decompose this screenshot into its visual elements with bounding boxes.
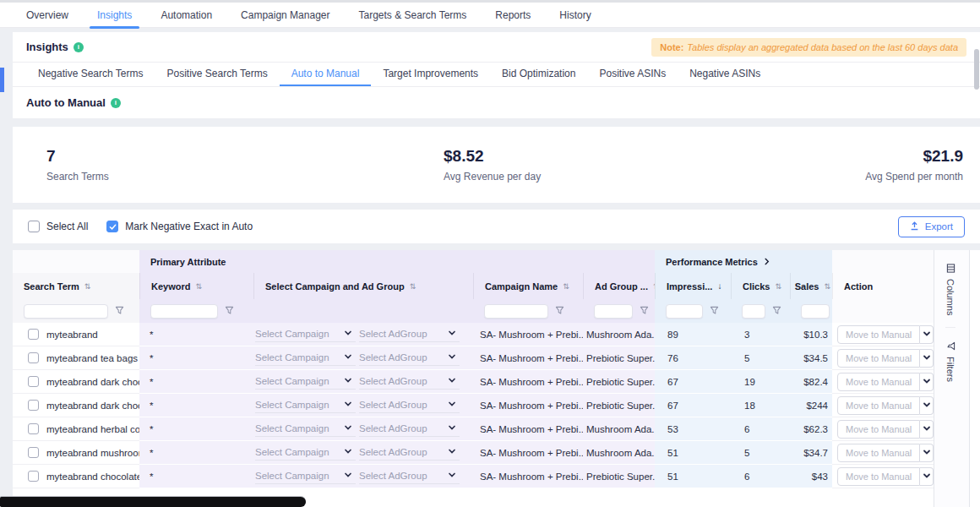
row-checkbox[interactable] — [28, 329, 39, 340]
sort-icon[interactable]: ⇅ — [195, 282, 202, 291]
tab-targets-search-terms[interactable]: Targets & Search Terms — [344, 3, 481, 28]
subtab-negative-asins[interactable]: Negative ASINs — [678, 63, 772, 86]
campaign-name-cell: SA- Mushroom + Prebi... — [473, 323, 583, 346]
action-dropdown-toggle[interactable] — [920, 396, 934, 415]
sort-icon[interactable]: ⇅ — [824, 282, 830, 291]
adgroup-select[interactable]: Select AdGroup — [359, 444, 460, 461]
subtab-auto-to-manual[interactable]: Auto to Manual — [280, 63, 372, 86]
action-dropdown-toggle[interactable] — [920, 349, 934, 368]
col-header-sales[interactable]: Sales⇅ — [790, 273, 832, 299]
move-to-manual-button[interactable]: Move to Manual — [837, 420, 920, 439]
col-header-clicks[interactable]: Clicks⇅ — [731, 273, 790, 299]
tab-history[interactable]: History — [545, 3, 605, 28]
action-dropdown-toggle[interactable] — [920, 467, 934, 486]
action-dropdown-toggle[interactable] — [920, 444, 934, 462]
info-icon[interactable]: i — [74, 42, 84, 52]
campaign-adgroup-cell: Select Campaign Select AdGroup — [253, 370, 473, 394]
sales-cell: $10.3 — [790, 323, 832, 346]
col-header-ad-group[interactable]: Ad Group ...⇅ — [583, 273, 655, 299]
filter-input-campaign-name[interactable] — [484, 304, 548, 319]
tab-overview[interactable]: Overview — [12, 3, 83, 28]
filter-input-clicks[interactable] — [742, 304, 765, 319]
auto-to-manual-table: Primary Attribute Performance Metrics Se… — [13, 250, 980, 507]
row-checkbox[interactable] — [28, 352, 39, 363]
filter-funnel-icon[interactable] — [555, 306, 564, 317]
table-row: myteabrand * Select Campaign Select AdGr… — [13, 323, 934, 346]
select-all-checkbox[interactable]: Select All — [28, 221, 88, 232]
stat-avg-spend: $21.9Avg Spend per month — [865, 147, 963, 183]
mark-negative-exact-checkbox[interactable]: Mark Negative Exact in Auto — [106, 221, 253, 232]
campaign-select[interactable]: Select Campaign — [255, 350, 356, 366]
filter-funnel-icon[interactable] — [710, 306, 719, 317]
action-dropdown-toggle[interactable] — [920, 373, 934, 391]
tab-automation[interactable]: Automation — [146, 3, 226, 28]
checkbox-unchecked[interactable] — [28, 221, 40, 232]
subtab-negative-search-terms[interactable]: Negative Search Terms — [26, 63, 155, 86]
sort-icon[interactable]: ⇅ — [563, 282, 569, 291]
adgroup-select[interactable]: Select AdGroup — [359, 350, 460, 366]
subtab-target-improvements[interactable]: Target Improvements — [371, 63, 490, 86]
filter-funnel-icon[interactable] — [772, 306, 781, 317]
row-checkbox[interactable] — [28, 447, 39, 458]
subtab-positive-asins[interactable]: Positive ASINs — [587, 63, 678, 86]
col-header-impressions[interactable]: Impressi...↓ — [655, 273, 731, 299]
sort-icon[interactable]: ⇅ — [84, 282, 91, 291]
row-checkbox[interactable] — [28, 376, 39, 387]
move-to-manual-button[interactable]: Move to Manual — [837, 349, 920, 368]
col-header-select-campaign-adgroup[interactable]: Select Campaign and Ad Group⇅ — [253, 273, 473, 299]
adgroup-select[interactable]: Select AdGroup — [359, 468, 460, 484]
performance-metrics-group-header[interactable]: Performance Metrics — [655, 250, 832, 273]
col-header-campaign-name[interactable]: Campaign Name⇅ — [473, 273, 583, 299]
tab-reports[interactable]: Reports — [481, 3, 545, 28]
adgroup-select[interactable]: Select AdGroup — [359, 373, 460, 390]
subtab-positive-search-terms[interactable]: Positive Search Terms — [155, 63, 280, 86]
filters-rail-tab[interactable]: Filters — [945, 327, 956, 392]
campaign-select[interactable]: Select Campaign — [255, 444, 356, 461]
col-header-keyword[interactable]: Keyword⇅ — [139, 273, 253, 299]
sort-icon[interactable]: ⇅ — [775, 282, 781, 291]
filter-input-impressions[interactable] — [666, 304, 703, 319]
export-button[interactable]: Export — [898, 216, 965, 237]
sort-icon[interactable]: ⇅ — [410, 282, 416, 291]
tab-insights[interactable]: Insights — [83, 3, 146, 28]
info-icon[interactable]: i — [111, 98, 121, 108]
filter-input-ad-group[interactable] — [594, 304, 633, 319]
move-to-manual-button[interactable]: Move to Manual — [837, 373, 920, 391]
horizontal-scrollbar-thumb[interactable] — [0, 497, 306, 507]
filter-input-sales[interactable] — [801, 304, 830, 319]
action-dropdown-toggle[interactable] — [920, 420, 934, 439]
filter-funnel-icon[interactable] — [640, 306, 649, 317]
row-checkbox[interactable] — [28, 423, 39, 434]
campaign-select[interactable]: Select Campaign — [255, 326, 356, 342]
campaign-name-cell: SA- Mushroom + Prebi... — [473, 465, 583, 488]
move-to-manual-button[interactable]: Move to Manual — [837, 467, 920, 486]
campaign-select[interactable]: Select Campaign — [255, 468, 356, 484]
adgroup-select[interactable]: Select AdGroup — [359, 397, 460, 413]
move-to-manual-button[interactable]: Move to Manual — [837, 325, 920, 344]
filter-funnel-icon[interactable] — [225, 306, 234, 317]
adgroup-select[interactable]: Select AdGroup — [359, 421, 460, 437]
ad-group-cell: Mushroom Ada... — [583, 323, 655, 346]
tab-campaign-manager[interactable]: Campaign Manager — [226, 3, 344, 28]
filter-input-keyword[interactable] — [150, 304, 218, 319]
checkbox-checked[interactable] — [106, 221, 118, 232]
filter-input-search-term[interactable] — [24, 304, 108, 319]
move-to-manual-button[interactable]: Move to Manual — [837, 396, 920, 415]
col-header-search-term[interactable]: Search Term⇅ — [13, 273, 139, 299]
move-to-manual-button[interactable]: Move to Manual — [837, 444, 920, 462]
row-checkbox[interactable] — [28, 400, 39, 411]
columns-rail-tab[interactable]: Columns — [945, 250, 956, 325]
adgroup-select[interactable]: Select AdGroup — [359, 326, 460, 342]
campaign-select[interactable]: Select Campaign — [255, 397, 356, 413]
search-term-cell: myteabrand dark chocol... — [13, 370, 139, 394]
campaign-select[interactable]: Select Campaign — [255, 421, 356, 437]
impressions-cell: 53 — [655, 417, 731, 441]
filter-funnel-icon[interactable] — [115, 306, 124, 317]
row-checkbox[interactable] — [28, 471, 39, 482]
action-dropdown-toggle[interactable] — [920, 325, 934, 344]
action-cell: Move to Manual — [832, 417, 934, 441]
vertical-scrollbar-thumb[interactable] — [974, 49, 979, 90]
subtab-bid-optimization[interactable]: Bid Optimization — [490, 63, 587, 86]
sort-desc-icon[interactable]: ↓ — [717, 281, 721, 291]
campaign-select[interactable]: Select Campaign — [255, 373, 356, 390]
